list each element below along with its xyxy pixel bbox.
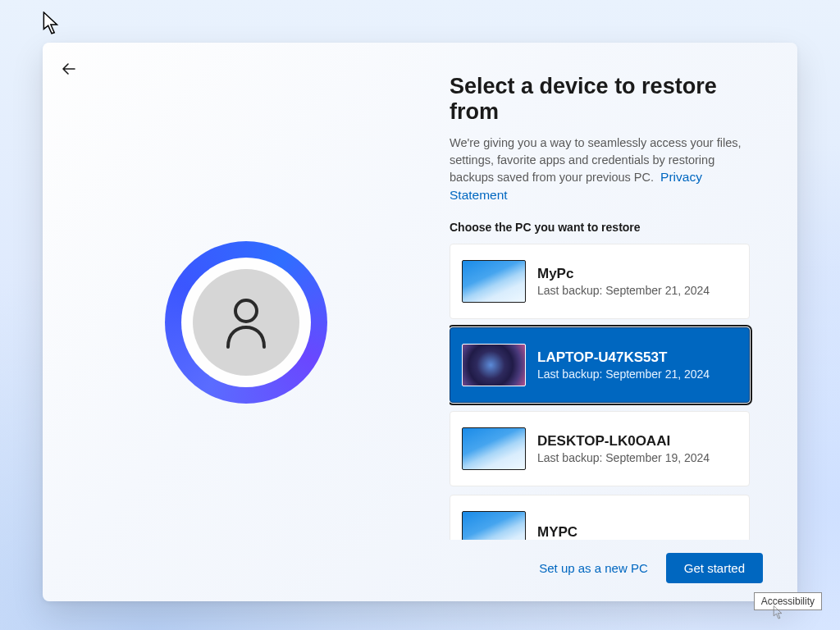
device-card[interactable]: MyPcLast backup: September 21, 2024 <box>450 244 750 319</box>
device-name: DESKTOP-LK0OAAI <box>537 433 710 450</box>
back-arrow-icon <box>62 62 76 76</box>
device-name: LAPTOP-U47KS53T <box>537 349 710 366</box>
device-thumbnail <box>462 427 526 470</box>
restore-panel: Select a device to restore from We're gi… <box>43 43 797 601</box>
device-name: MyPc <box>537 266 710 282</box>
person-icon <box>221 296 271 349</box>
device-name: MYPC <box>537 524 578 540</box>
device-thumbnail <box>462 260 526 303</box>
device-card[interactable]: MYPC <box>450 495 750 540</box>
device-list[interactable]: MyPcLast backup: September 21, 2024LAPTO… <box>450 244 768 540</box>
cursor-icon <box>773 605 784 620</box>
svg-point-0 <box>235 300 257 322</box>
device-thumbnail <box>462 344 526 386</box>
get-started-button[interactable]: Get started <box>666 553 763 583</box>
footer-actions: Set up as a new PC Get started <box>450 540 768 583</box>
device-card[interactable]: LAPTOP-U47KS53TLast backup: September 21… <box>450 327 750 403</box>
device-thumbnail <box>462 511 526 540</box>
illustration-pane <box>43 43 450 601</box>
setup-new-pc-button[interactable]: Set up as a new PC <box>536 555 651 582</box>
device-subtitle: Last backup: September 21, 2024 <box>537 368 710 381</box>
content-pane: Select a device to restore from We're gi… <box>450 43 797 601</box>
device-subtitle: Last backup: September 19, 2024 <box>537 451 710 464</box>
avatar-ring <box>165 241 327 404</box>
accessibility-button[interactable]: Accessibility <box>754 592 822 610</box>
choose-pc-label: Choose the PC you want to restore <box>450 221 768 234</box>
back-button[interactable] <box>56 56 82 82</box>
cursor-icon <box>43 11 61 36</box>
page-title: Select a device to restore from <box>450 74 768 125</box>
page-description: We're giving you a way to seamlessly acc… <box>450 135 755 204</box>
device-card[interactable]: DESKTOP-LK0OAAILast backup: September 19… <box>450 411 750 486</box>
device-subtitle: Last backup: September 21, 2024 <box>537 284 710 297</box>
